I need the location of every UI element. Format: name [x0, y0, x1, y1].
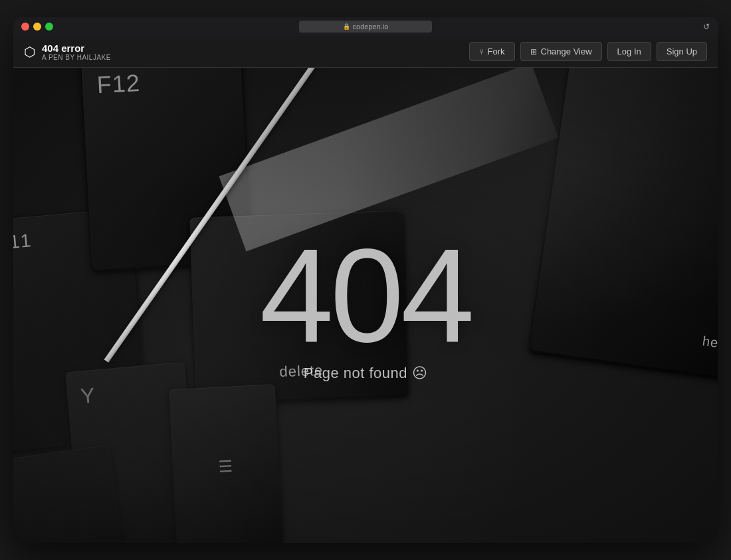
traffic-lights: [21, 23, 53, 31]
signup-label: Sign Up: [667, 47, 697, 56]
login-label: Log In: [617, 47, 641, 56]
close-button[interactable]: [21, 23, 29, 31]
lock-icon: 🔒: [343, 23, 350, 30]
signup-button[interactable]: Sign Up: [657, 42, 707, 61]
pen-title-area: ⬡ 404 error A PEN BY Hailjake: [24, 43, 469, 61]
toolbar-buttons: ⑂ Fork ⊞ Change View Log In Sign Up: [469, 42, 708, 61]
login-button[interactable]: Log In: [607, 42, 651, 61]
maximize-button[interactable]: [45, 23, 53, 31]
title-bar: 🔒 codepen.io ↺: [13, 17, 718, 36]
url-text: codepen.io: [353, 23, 389, 31]
minimize-button[interactable]: [33, 23, 41, 31]
fork-button[interactable]: ⑂ Fork: [469, 42, 515, 61]
codepen-toolbar: ⬡ 404 error A PEN BY Hailjake ⑂ Fork ⊞ C…: [13, 36, 718, 68]
pen-title: 404 error: [42, 43, 111, 54]
mac-window: 🔒 codepen.io ↺ ⬡ 404 error A PEN BY Hail…: [13, 17, 718, 543]
pen-author: A PEN BY Hailjake: [42, 54, 111, 61]
author-name: Hailjake: [77, 54, 111, 61]
content-area: F11 F12 delete he Y ☰: [13, 68, 718, 543]
codepen-logo-icon: ⬡: [24, 44, 35, 60]
error-code: 404: [260, 229, 472, 362]
error-overlay: 404 Page not found ☹: [13, 68, 718, 543]
address-bar[interactable]: 🔒 codepen.io: [299, 21, 432, 33]
change-view-label: Change View: [541, 47, 592, 56]
error-message: Page not found ☹: [304, 365, 427, 382]
fork-label: Fork: [488, 47, 505, 56]
fork-icon: ⑂: [479, 47, 484, 56]
pen-info: 404 error A PEN BY Hailjake: [42, 43, 111, 61]
reload-icon[interactable]: ↺: [703, 22, 710, 31]
change-view-icon: ⊞: [530, 47, 537, 56]
change-view-button[interactable]: ⊞ Change View: [520, 42, 602, 61]
